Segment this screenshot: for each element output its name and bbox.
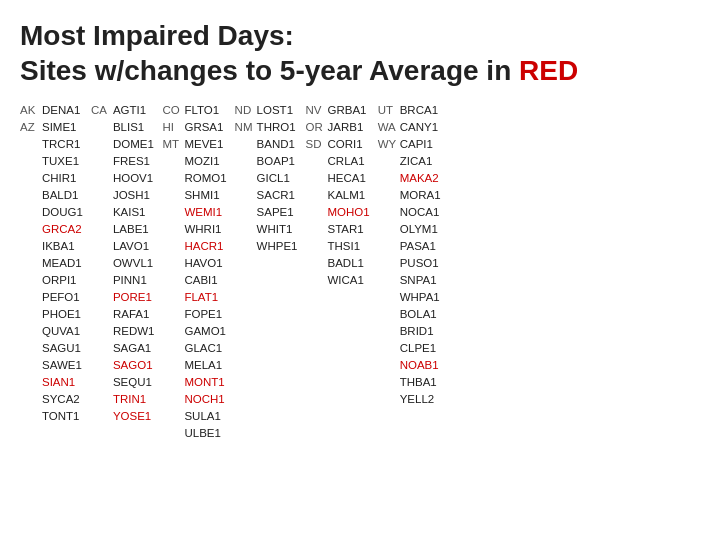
site-entry-capi1: CAPI1 (400, 136, 441, 153)
site-entry-flto1: FLTO1 (184, 102, 226, 119)
site-entry-wemi1: WEMI1 (184, 204, 226, 221)
site-entry-olym1: OLYM1 (400, 221, 441, 238)
site-entry-puso1: PUSO1 (400, 255, 441, 272)
site-entry-grsa1: GRSA1 (184, 119, 226, 136)
site-entry-mela1: MELA1 (184, 357, 226, 374)
site-entry-star1: STAR1 (328, 221, 370, 238)
site-entry-whpe1: WHPE1 (257, 238, 298, 255)
site-entry-gicl1: GICL1 (257, 170, 298, 187)
state-label-hi: HI (162, 119, 182, 136)
site-entry-shmi1: SHMI1 (184, 187, 226, 204)
state-label-wy: WY (378, 136, 398, 153)
site-entry-agti1: AGTI1 (113, 102, 155, 119)
site-entry-doug1: DOUG1 (42, 204, 83, 221)
site-entry-tont1: TONT1 (42, 408, 83, 425)
state-label-sd: SD (306, 136, 326, 153)
site-entry-tuxe1: TUXE1 (42, 153, 83, 170)
site-entry-pinn1: PINN1 (113, 272, 155, 289)
state-label-nd: ND (235, 102, 255, 119)
site-entry-glac1: GLAC1 (184, 340, 226, 357)
site-entry-chir1: CHIR1 (42, 170, 83, 187)
site-entry-thba1: THBA1 (400, 374, 441, 391)
site-entry-fres1: FRES1 (113, 153, 155, 170)
site-entry-sago1: SAGO1 (113, 357, 155, 374)
site-entry-boap1: BOAP1 (257, 153, 298, 170)
site-entry-noab1: NOAB1 (400, 357, 441, 374)
site-entry-grca2: GRCA2 (42, 221, 83, 238)
site-entry-band1: BAND1 (257, 136, 298, 153)
site-entry-labe1: LABE1 (113, 221, 155, 238)
site-entry-kalm1: KALM1 (328, 187, 370, 204)
site-entry-bald1: BALD1 (42, 187, 83, 204)
site-entry-trcr1: TRCR1 (42, 136, 83, 153)
site-entry-redw1: REDW1 (113, 323, 155, 340)
site-entry-ikba1: IKBA1 (42, 238, 83, 255)
site-entry-fope1: FOPE1 (184, 306, 226, 323)
site-entry-josh1: JOSH1 (113, 187, 155, 204)
site-entry-crla1: CRLA1 (328, 153, 370, 170)
site-entry-phoe1: PHOE1 (42, 306, 83, 323)
site-entry-rafa1: RAFA1 (113, 306, 155, 323)
state-label-ca: CA (91, 102, 111, 119)
site-entry-whri1: WHRI1 (184, 221, 226, 238)
site-entry-orpi1: ORPI1 (42, 272, 83, 289)
site-entry-noca1: NOCA1 (400, 204, 441, 221)
site-entry-clpe1: CLPE1 (400, 340, 441, 357)
site-entry-brid1: BRID1 (400, 323, 441, 340)
site-entry-cany1: CANY1 (400, 119, 441, 136)
site-entry-sian1: SIAN1 (42, 374, 83, 391)
state-label-wa: WA (378, 119, 398, 136)
state-label-co: CO (162, 102, 182, 119)
site-entry-yell2: YELL2 (400, 391, 441, 408)
page-title: Most Impaired Days: Sites w/changes to 5… (20, 18, 700, 88)
state-label-mt: MT (162, 136, 182, 153)
site-entry-zica1: ZICA1 (400, 153, 441, 170)
site-entry-hoov1: HOOV1 (113, 170, 155, 187)
site-entry-syca2: SYCA2 (42, 391, 83, 408)
site-entry-sawe1: SAWE1 (42, 357, 83, 374)
site-entry-sape1: SAPE1 (257, 204, 298, 221)
site-entry-heca1: HECA1 (328, 170, 370, 187)
state-label-nv: NV (306, 102, 326, 119)
site-entry-badl1: BADL1 (328, 255, 370, 272)
site-entry-havo1: HAVO1 (184, 255, 226, 272)
site-entry-sequ1: SEQU1 (113, 374, 155, 391)
site-entry-meve1: MEVE1 (184, 136, 226, 153)
site-entry-wica1: WICA1 (328, 272, 370, 289)
site-entry-pasa1: PASA1 (400, 238, 441, 255)
site-entry-pore1: PORE1 (113, 289, 155, 306)
site-entry-sagu1: SAGU1 (42, 340, 83, 357)
site-entry-mozi1: MOZI1 (184, 153, 226, 170)
site-entry-kais1: KAIS1 (113, 204, 155, 221)
state-label-ut: UT (378, 102, 398, 119)
site-entry-hacr1: HACR1 (184, 238, 226, 255)
site-entry-whpa1: WHPA1 (400, 289, 441, 306)
site-entry-mont1: MONT1 (184, 374, 226, 391)
site-entry-sula1: SULA1 (184, 408, 226, 425)
site-entry-lavo1: LAVO1 (113, 238, 155, 255)
site-entry-lost1: LOST1 (257, 102, 298, 119)
state-label-nm: NM (235, 119, 255, 136)
site-entry-moho1: MOHO1 (328, 204, 370, 221)
site-entry-cabi1: CABI1 (184, 272, 226, 289)
data-table: AKAZDENA1SIME1TRCR1TUXE1CHIR1BALD1DOUG1G… (20, 102, 700, 442)
site-entry-thsi1: THSI1 (328, 238, 370, 255)
site-entry-maka2: MAKA2 (400, 170, 441, 187)
site-entry-jarb1: JARB1 (328, 119, 370, 136)
site-entry-thro1: THRO1 (257, 119, 298, 136)
site-entry-sacr1: SACR1 (257, 187, 298, 204)
site-entry-bola1: BOLA1 (400, 306, 441, 323)
site-entry-ulbe1: ULBE1 (184, 425, 226, 442)
site-entry-romo1: ROMO1 (184, 170, 226, 187)
site-entry-gamo1: GAMO1 (184, 323, 226, 340)
site-entry-mead1: MEAD1 (42, 255, 83, 272)
site-entry-mora1: MORA1 (400, 187, 441, 204)
site-entry-grba1: GRBA1 (328, 102, 370, 119)
site-entry-dena1: DENA1 (42, 102, 83, 119)
site-entry-cori1: CORI1 (328, 136, 370, 153)
site-entry-saga1: SAGA1 (113, 340, 155, 357)
site-entry-noch1: NOCH1 (184, 391, 226, 408)
site-entry-blis1: BLIS1 (113, 119, 155, 136)
site-entry-dome1: DOME1 (113, 136, 155, 153)
site-entry-brca1: BRCA1 (400, 102, 441, 119)
